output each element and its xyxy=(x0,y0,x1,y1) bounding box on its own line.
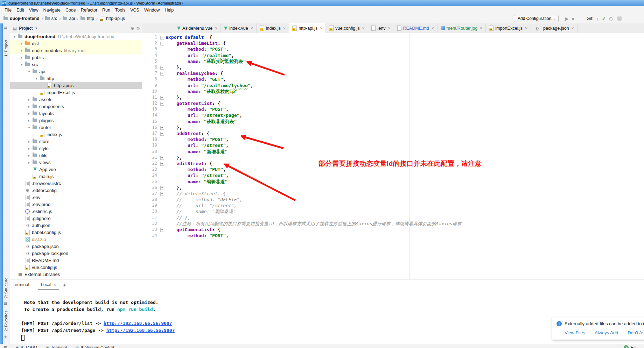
tree-item-dist.zip[interactable]: dist.zip xyxy=(10,236,142,243)
locate-file-icon[interactable]: ⊕ xyxy=(131,26,134,31)
structure-toolwindow-icon[interactable]: ▦ xyxy=(4,301,7,306)
tab-index.vue[interactable]: index.vue× xyxy=(221,23,257,33)
tree-item-components[interactable]: ▸components xyxy=(10,103,142,110)
tab-importExcel.js[interactable]: importExcel.js× xyxy=(486,23,531,33)
chevron-right-icon[interactable]: ▸ xyxy=(19,42,24,45)
tab-package.json[interactable]: {}package.json× xyxy=(531,23,578,33)
tree-item-duoji-frontend[interactable]: ▾duoji-frontendD:\zheheWeb\duoji-fronten… xyxy=(10,33,142,40)
add-configuration-button[interactable]: Add Configuration... xyxy=(514,15,559,22)
tree-item-plugins[interactable]: ▸plugins xyxy=(10,117,142,124)
view-files-link[interactable]: View Files xyxy=(565,330,585,335)
chevron-right-icon[interactable]: ▸ xyxy=(26,98,32,101)
tree-item-.env.prod[interactable]: .env.prod xyxy=(10,201,142,208)
chevron-down-icon[interactable]: ▾ xyxy=(26,70,32,73)
tree-item-vue.config.js[interactable]: vue.config.js xyxy=(10,264,142,271)
close-tab-icon[interactable]: × xyxy=(320,26,322,31)
always-add-link[interactable]: Always Add xyxy=(595,330,618,335)
tree-item-style[interactable]: ▸style xyxy=(10,145,142,152)
tree-item-External Libraries[interactable]: ▤External Libraries xyxy=(10,271,142,278)
clipped-toolbar-icon[interactable] xyxy=(617,16,622,21)
chevron-down-icon[interactable]: ▾ xyxy=(34,77,39,80)
tree-item-README.md[interactable]: README.md xyxy=(10,257,142,264)
toolwindow-project-label[interactable]: 1: Project xyxy=(4,40,8,57)
terminal-cursor[interactable] xyxy=(21,335,24,341)
chevron-right-icon[interactable]: ▸ xyxy=(26,112,32,115)
tab-vue.config.js[interactable]: vue.config.js× xyxy=(326,23,368,33)
close-tab-icon[interactable]: × xyxy=(388,26,390,31)
tree-item-src[interactable]: ▾src xyxy=(10,61,142,68)
chevron-right-icon[interactable]: ▸ xyxy=(26,147,32,150)
chevron-down-icon[interactable]: ▼ xyxy=(35,27,38,30)
tab-http-api.js[interactable]: http-api.js× xyxy=(289,23,326,33)
stop-icon[interactable]: ■ xyxy=(572,16,574,21)
tree-item-http-api.js[interactable]: http-api.js xyxy=(10,82,142,89)
menu-view[interactable]: View xyxy=(27,7,41,13)
statusbar-grid-icon[interactable]: ▩ xyxy=(4,345,7,348)
close-tab-icon[interactable]: × xyxy=(362,26,365,31)
tree-item-dist[interactable]: ▸dist xyxy=(10,40,142,47)
commit-icon[interactable]: ✓ xyxy=(602,16,606,21)
close-tab-icon[interactable]: × xyxy=(572,26,574,31)
tab-AsideMenu.vue[interactable]: AsideMenu.vue× xyxy=(174,23,221,33)
favorites-star-icon[interactable]: ★ xyxy=(4,334,8,340)
chevron-down-icon[interactable]: ▾ xyxy=(26,126,32,129)
tree-item-store[interactable]: ▸store xyxy=(10,138,142,145)
tree-item-http[interactable]: ▾http xyxy=(10,75,142,82)
terminal-tab-local[interactable]: Local × xyxy=(41,279,56,290)
chevron-right-icon[interactable]: ▸ xyxy=(26,140,32,143)
new-terminal-session-icon[interactable]: + xyxy=(63,282,66,288)
close-terminal-icon[interactable]: × xyxy=(54,283,56,287)
chevron-right-icon[interactable]: ▸ xyxy=(26,105,32,108)
tree-item-layouts[interactable]: ▸layouts xyxy=(10,110,142,117)
tree-item-importExcel.js[interactable]: importExcel.js xyxy=(10,89,142,96)
tree-item-api[interactable]: ▾api xyxy=(10,68,142,75)
menu-code[interactable]: Code xyxy=(63,7,78,13)
code-editor[interactable]: 1export default {2 getRealTimeList: {3 m… xyxy=(142,33,644,279)
terminal-output[interactable]: Note that the development build is not o… xyxy=(10,290,644,341)
tree-item-router[interactable]: ▾router xyxy=(10,124,142,131)
settings-gear-icon[interactable]: ⚙ xyxy=(136,26,140,31)
project-panel-header[interactable]: ▤ Project ▼ ⊕ ⚙ − xyxy=(10,23,148,33)
status-6-todo[interactable]: ≣6: TODO xyxy=(15,345,37,348)
breadcrumb-duoji-frontend[interactable]: duoji-frontend xyxy=(4,16,40,21)
chevron-right-icon[interactable]: ▸ xyxy=(26,154,32,157)
tree-item-main.js[interactable]: main.js xyxy=(10,173,142,180)
tree-item-node_modules[interactable]: ▸node_moduleslibrary root xyxy=(10,47,142,54)
menu-tools[interactable]: Tools xyxy=(113,7,128,13)
tree-item-utils[interactable]: ▸utils xyxy=(10,152,142,159)
tree-item-.env[interactable]: .env xyxy=(10,194,142,201)
history-icon[interactable]: ◷ xyxy=(609,16,613,21)
title-bar[interactable]: WS duoji-frontend [D:\zheheWeb\duoji-fro… xyxy=(0,0,644,6)
tree-item-.editorconfig[interactable]: ⚙.editorconfig xyxy=(10,187,142,194)
chevron-right-icon[interactable]: ▸ xyxy=(19,56,24,59)
menu-navigate[interactable]: Navigate xyxy=(41,7,63,13)
terminal-link[interactable]: http://192.168.66.56:9007 xyxy=(106,328,175,333)
close-tab-icon[interactable]: × xyxy=(525,26,527,31)
toolwindow-favorites-label[interactable]: 2: Favorites xyxy=(4,311,8,332)
terminal-link[interactable]: http://192.168.66.56:9007 xyxy=(104,321,172,326)
menu-run[interactable]: Run xyxy=(100,7,113,13)
project-toolwindow-icon[interactable]: ▤ xyxy=(4,25,7,30)
run-icon[interactable]: ▶ xyxy=(565,16,569,21)
menu-vcs[interactable]: VCS xyxy=(128,7,142,13)
update-project-icon[interactable]: ↓ xyxy=(596,16,599,21)
tree-item-public[interactable]: ▸public xyxy=(10,54,142,61)
tab-README.md[interactable]: README.md× xyxy=(394,23,438,33)
menu-file[interactable]: File xyxy=(2,7,14,13)
status-9-version-control[interactable]: ▥9: Version Control xyxy=(75,345,114,348)
chevron-right-icon[interactable]: ▸ xyxy=(19,49,24,52)
menu-refactor[interactable]: Refactor xyxy=(78,7,100,13)
close-tab-icon[interactable]: × xyxy=(432,26,434,31)
tab-menuRouter.jpg[interactable]: menuRouter.jpg× xyxy=(438,23,486,33)
dont-ask-again-link[interactable]: Don't Ask Agai xyxy=(628,330,644,335)
chevron-right-icon[interactable]: ▸ xyxy=(26,119,32,122)
tab-index.js[interactable]: index.js× xyxy=(257,23,289,33)
close-tab-icon[interactable]: × xyxy=(251,26,253,31)
tab-.env[interactable]: .env× xyxy=(368,23,394,33)
breadcrumb-http[interactable]: http xyxy=(80,16,94,21)
breadcrumb-src[interactable]: src xyxy=(45,16,57,21)
event-log[interactable]: 2 Ev xyxy=(624,345,636,348)
menu-help[interactable]: Help xyxy=(162,7,176,13)
tree-item-.gitignore[interactable]: .gitignore xyxy=(10,215,142,222)
close-tab-icon[interactable]: × xyxy=(480,26,482,31)
